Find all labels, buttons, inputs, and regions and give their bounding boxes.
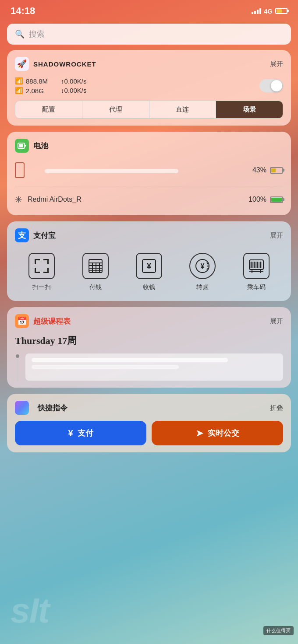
search-placeholder: 搜索 [29, 29, 45, 39]
receive-icon: ¥ [136, 253, 162, 279]
event-blur-1 [32, 358, 228, 362]
alipay-expand-button[interactable]: 展开 [270, 231, 283, 240]
alipay-scan-action[interactable]: 扫一扫 [28, 253, 55, 291]
search-bar[interactable]: 🔍 搜索 [7, 24, 291, 45]
phone-battery-indicator [270, 167, 283, 174]
phone-pct-text: 43% [252, 166, 266, 174]
alipay-icon: 支 [15, 228, 29, 242]
cell-data: 2.08G [26, 87, 44, 94]
tab-direct[interactable]: 直连 [149, 101, 216, 118]
transfer-icon: ¥ [189, 253, 216, 279]
battery-widget-title: 电池 [33, 141, 48, 151]
schedule-content: Thursday 17周 [15, 334, 283, 381]
upload-speed: ↑0.00K/s [61, 77, 86, 85]
phone-battery-pct: 43% [252, 166, 283, 174]
schedule-event [25, 354, 283, 381]
pay-label: 付钱 [89, 284, 102, 291]
phone-battery-bar [45, 169, 178, 173]
shadowrocket-title: SHADOWROCKET [33, 60, 96, 68]
shortcuts-header: 快捷指令 折叠 [15, 401, 283, 415]
svg-text:¥: ¥ [147, 262, 151, 270]
schedule-title: 超级课程表 [33, 316, 71, 326]
shadowrocket-expand-button[interactable]: 展开 [270, 60, 283, 68]
shortcuts-fold-button[interactable]: 折叠 [270, 404, 283, 412]
vpn-toggle[interactable] [259, 79, 283, 92]
big-text-overlay: sIt [0, 586, 298, 644]
schedule-expand-button[interactable]: 展开 [270, 317, 283, 326]
svg-rect-4 [35, 259, 36, 264]
shortcuts-widget: 快捷指令 折叠 ¥ 支付 ➤ 实时公交 [7, 394, 291, 452]
day-text2: hursday 17周 [21, 335, 77, 346]
schedule-title-row: 📅 超级课程表 [15, 314, 71, 328]
navigation-icon: ➤ [196, 428, 203, 438]
toggle-knob [271, 80, 282, 91]
speed-stat: ↑0.00K/s ↓0.00K/s [61, 77, 86, 94]
tab-proxy[interactable]: 代理 [82, 101, 149, 118]
schedule-icon: 📅 [15, 314, 29, 328]
bus-shortcut-button[interactable]: ➤ 实时公交 [152, 421, 283, 445]
alipay-pay-action[interactable]: 付钱 [82, 253, 109, 291]
tab-scene[interactable]: 场景 [216, 101, 283, 118]
shadowrocket-header: 🚀 SHADOWROCKET 展开 [15, 57, 283, 71]
signal-icon [252, 8, 261, 14]
timeline-dot [16, 354, 19, 358]
shortcuts-title: 快捷指令 [38, 403, 67, 413]
svg-rect-2 [19, 144, 23, 147]
shadowrocket-tabs: 配置 代理 直连 场景 [15, 101, 283, 119]
cell-icon: 📶 [15, 87, 23, 94]
phone-info [15, 162, 25, 178]
status-icons: 4G [252, 7, 287, 15]
battery-widget: 电池 43% ✳ Redmi AirDots_R [7, 132, 291, 215]
pay-shortcut-button[interactable]: ¥ 支付 [15, 421, 146, 445]
search-icon: 🔍 [15, 29, 25, 39]
scan-label: 扫一扫 [32, 284, 51, 291]
shadowrocket-title-row: 🚀 SHADOWROCKET [15, 57, 96, 71]
schedule-day: Thursday 17周 [15, 334, 283, 347]
airdots-pct-text: 100% [248, 196, 266, 203]
bus-button-label: 实时公交 [208, 428, 239, 438]
day-text: T [15, 335, 21, 346]
schedule-timeline [15, 354, 283, 381]
timeline-line [15, 354, 20, 381]
bus-code-label: 乘车码 [247, 284, 266, 291]
alipay-widget: 支 支付宝 展开 扫一扫 [7, 221, 291, 301]
alipay-title-row: 支 支付宝 [15, 228, 56, 242]
battery-header: 电池 [15, 139, 283, 153]
svg-rect-6 [47, 259, 49, 264]
download-speed: ↓0.00K/s [61, 87, 86, 94]
wifi-icon: 📶 [15, 77, 23, 85]
airdots-battery-row: ✳ Redmi AirDots_R 100% [15, 191, 283, 208]
alipay-bus-action[interactable]: 乘车码 [243, 253, 270, 291]
phone-shape-icon [15, 162, 25, 178]
timeline-vert [17, 359, 18, 381]
yuan-icon: ¥ [68, 428, 73, 438]
bluetooth-icon: ✳ [15, 194, 22, 205]
tab-config[interactable]: 配置 [15, 101, 82, 118]
schedule-header: 📅 超级课程表 展开 [15, 314, 283, 328]
alipay-actions: 扫一扫 付钱 [15, 248, 283, 294]
airdots-info: ✳ Redmi AirDots_R [15, 194, 82, 205]
status-bar: 14:18 4G [0, 0, 298, 20]
alipay-title: 支付宝 [33, 231, 56, 241]
schedule-widget: 📅 超级课程表 展开 Thursday 17周 [7, 307, 291, 388]
alipay-transfer-action[interactable]: ¥ 转账 [189, 253, 216, 291]
pay-button-label: 支付 [78, 428, 93, 438]
event-blur-2 [32, 365, 179, 369]
status-time: 14:18 [11, 5, 35, 17]
shadowrocket-stats: 📶 888.8M 📶 2.08G ↑0.00K/s ↓0.00K/s [15, 77, 283, 94]
network-type: 4G [264, 7, 273, 15]
airdots-name: Redmi AirDots_R [28, 196, 82, 203]
shadowrocket-widget: 🚀 SHADOWROCKET 展开 📶 888.8M 📶 2.08G ↑0.00… [7, 50, 291, 126]
wifi-row: 📶 888.8M [15, 77, 48, 85]
alipay-header: 支 支付宝 展开 [15, 228, 283, 242]
pay-icon [82, 253, 109, 279]
cell-row: 📶 2.08G [15, 87, 48, 94]
svg-rect-10 [47, 268, 49, 273]
battery-widget-icon [15, 139, 29, 153]
shortcuts-icon [15, 401, 29, 415]
alipay-receive-action[interactable]: ¥ 收钱 [136, 253, 162, 291]
airdots-battery-indicator [270, 196, 283, 203]
battery-title-row: 电池 [15, 139, 48, 153]
bus-code-icon [243, 253, 270, 279]
shadowrocket-icon: 🚀 [15, 57, 29, 71]
